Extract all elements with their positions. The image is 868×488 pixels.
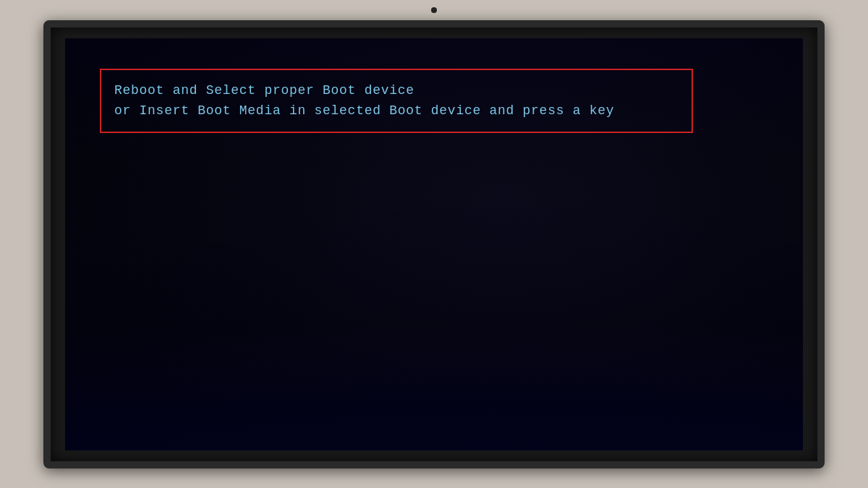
error-text: Reboot and Select proper Boot device — [114, 80, 678, 101]
webcam-dot — [431, 7, 437, 13]
laptop-bezel: Reboot and Select proper Boot device or … — [43, 20, 825, 468]
error-text-line2: or Insert Boot Media in selected Boot de… — [114, 100, 678, 121]
error-message-box: Reboot and Select proper Boot device or … — [100, 69, 693, 134]
screen: Reboot and Select proper Boot device or … — [65, 38, 803, 450]
